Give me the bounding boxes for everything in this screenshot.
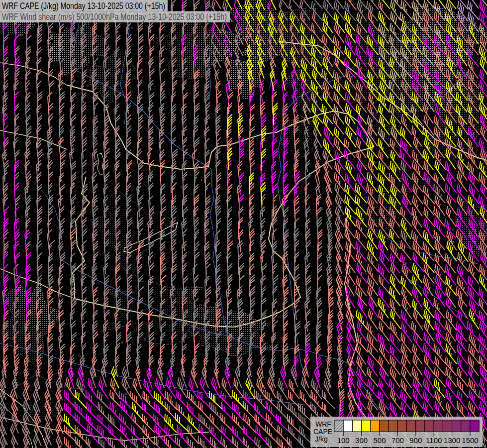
svg-text:1100: 1100 bbox=[426, 436, 442, 445]
svg-text:1500: 1500 bbox=[462, 436, 478, 445]
svg-text:900: 900 bbox=[409, 436, 422, 445]
svg-text:WRF CAPE (J/kg) Monday 13-10-2: WRF CAPE (J/kg) Monday 13-10-2025 03:00 … bbox=[2, 0, 165, 11]
svg-text:700: 700 bbox=[391, 436, 404, 445]
svg-text:J/kg: J/kg bbox=[315, 435, 328, 443]
svg-text:CAPE: CAPE bbox=[313, 428, 332, 436]
svg-text:1300: 1300 bbox=[444, 436, 460, 445]
svg-text:WRF: WRF bbox=[315, 420, 331, 428]
svg-text:100: 100 bbox=[337, 436, 350, 445]
svg-text:WRF Wind shear (m/s) 500/1000h: WRF Wind shear (m/s) 500/1000hPa Monday … bbox=[2, 11, 227, 22]
svg-text:300: 300 bbox=[355, 436, 368, 445]
svg-text:500: 500 bbox=[373, 436, 386, 445]
